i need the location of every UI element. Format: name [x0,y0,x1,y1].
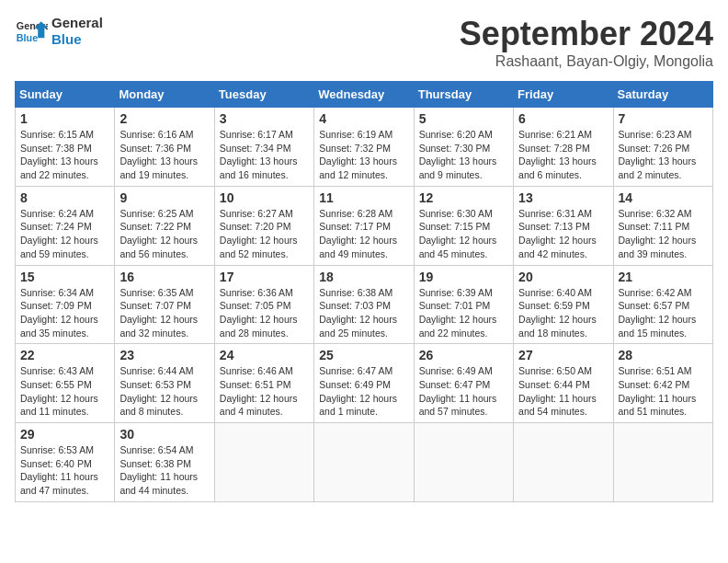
calendar-week-1: 1Sunrise: 6:15 AM Sunset: 7:38 PM Daylig… [16,108,713,187]
day-number: 8 [20,190,109,205]
calendar-day-12: 12Sunrise: 6:30 AM Sunset: 7:15 PM Dayli… [414,186,513,265]
calendar-day-24: 24Sunrise: 6:46 AM Sunset: 6:51 PM Dayli… [214,344,313,423]
day-number: 16 [119,270,209,284]
calendar-day-7: 7Sunrise: 6:23 AM Sunset: 7:26 PM Daylig… [613,108,712,187]
calendar-day-14: 14Sunrise: 6:32 AM Sunset: 7:11 PM Dayli… [613,186,712,265]
calendar-day-2: 2Sunrise: 6:16 AM Sunset: 7:36 PM Daylig… [115,108,214,187]
day-info: Sunrise: 6:25 AM Sunset: 7:22 PM Dayligh… [119,207,209,261]
calendar-day-1: 1Sunrise: 6:15 AM Sunset: 7:38 PM Daylig… [16,108,115,187]
calendar-day-6: 6Sunrise: 6:21 AM Sunset: 7:28 PM Daylig… [514,108,613,187]
calendar-week-4: 22Sunrise: 6:43 AM Sunset: 6:55 PM Dayli… [16,344,713,423]
day-number: 24 [220,348,309,362]
day-info: Sunrise: 6:16 AM Sunset: 7:36 PM Dayligh… [119,128,209,182]
calendar-day-27: 27Sunrise: 6:50 AM Sunset: 6:44 PM Dayli… [514,344,613,423]
calendar-day-26: 26Sunrise: 6:49 AM Sunset: 6:47 PM Dayli… [414,344,513,423]
day-info: Sunrise: 6:17 AM Sunset: 7:34 PM Dayligh… [220,128,309,182]
calendar-day-28: 28Sunrise: 6:51 AM Sunset: 6:42 PM Dayli… [613,344,712,423]
calendar-day-empty [414,423,513,502]
day-number: 4 [319,111,408,126]
calendar-header-row: SundayMondayTuesdayWednesdayThursdayFrid… [16,82,713,108]
day-number: 23 [119,348,209,362]
day-number: 10 [220,190,309,205]
day-info: Sunrise: 6:50 AM Sunset: 6:44 PM Dayligh… [518,364,608,419]
day-info: Sunrise: 6:54 AM Sunset: 6:38 PM Dayligh… [119,443,209,498]
day-info: Sunrise: 6:19 AM Sunset: 7:32 PM Dayligh… [319,128,408,182]
calendar-day-23: 23Sunrise: 6:44 AM Sunset: 6:53 PM Dayli… [115,344,214,423]
day-info: Sunrise: 6:27 AM Sunset: 7:20 PM Dayligh… [220,207,309,261]
page-header: General Blue General Blue September 2024… [15,15,713,70]
day-info: Sunrise: 6:49 AM Sunset: 6:47 PM Dayligh… [419,364,508,419]
calendar-table: SundayMondayTuesdayWednesdayThursdayFrid… [15,81,713,502]
calendar-day-empty [214,423,313,502]
day-number: 7 [619,111,708,126]
day-number: 18 [319,270,408,284]
day-number: 13 [518,190,608,205]
day-header-wednesday: Wednesday [314,82,414,108]
day-number: 28 [619,348,708,362]
calendar-day-8: 8Sunrise: 6:24 AM Sunset: 7:24 PM Daylig… [16,186,115,265]
calendar-week-2: 8Sunrise: 6:24 AM Sunset: 7:24 PM Daylig… [16,186,713,265]
day-info: Sunrise: 6:24 AM Sunset: 7:24 PM Dayligh… [20,207,109,261]
calendar-day-3: 3Sunrise: 6:17 AM Sunset: 7:34 PM Daylig… [214,108,313,187]
day-info: Sunrise: 6:43 AM Sunset: 6:55 PM Dayligh… [20,364,109,419]
day-info: Sunrise: 6:32 AM Sunset: 7:11 PM Dayligh… [619,207,708,261]
calendar-day-4: 4Sunrise: 6:19 AM Sunset: 7:32 PM Daylig… [314,108,414,187]
day-info: Sunrise: 6:38 AM Sunset: 7:03 PM Dayligh… [319,286,408,340]
day-header-monday: Monday [115,82,214,108]
svg-text:Blue: Blue [17,32,38,43]
calendar-week-5: 29Sunrise: 6:53 AM Sunset: 6:40 PM Dayli… [16,423,713,502]
calendar-week-3: 15Sunrise: 6:34 AM Sunset: 7:09 PM Dayli… [16,265,713,344]
day-number: 11 [319,190,408,205]
day-info: Sunrise: 6:31 AM Sunset: 7:13 PM Dayligh… [518,207,608,261]
day-number: 3 [220,111,309,126]
day-info: Sunrise: 6:36 AM Sunset: 7:05 PM Dayligh… [220,286,309,340]
calendar-day-empty [613,423,712,502]
logo-text-general: General [51,15,103,31]
day-number: 27 [518,348,608,362]
day-number: 21 [619,270,708,284]
calendar-day-empty [514,423,613,502]
location: Rashaant, Bayan-Olgiy, Mongolia [460,53,713,70]
calendar-day-9: 9Sunrise: 6:25 AM Sunset: 7:22 PM Daylig… [115,186,214,265]
calendar-day-22: 22Sunrise: 6:43 AM Sunset: 6:55 PM Dayli… [16,344,115,423]
logo-text-blue: Blue [51,31,103,48]
day-number: 19 [419,270,508,284]
day-header-tuesday: Tuesday [214,82,313,108]
day-header-thursday: Thursday [414,82,513,108]
calendar-day-30: 30Sunrise: 6:54 AM Sunset: 6:38 PM Dayli… [115,423,214,502]
day-info: Sunrise: 6:47 AM Sunset: 6:49 PM Dayligh… [319,364,408,419]
day-number: 5 [419,111,508,126]
day-number: 6 [518,111,608,126]
day-info: Sunrise: 6:28 AM Sunset: 7:17 PM Dayligh… [319,207,408,261]
day-info: Sunrise: 6:35 AM Sunset: 7:07 PM Dayligh… [119,286,209,340]
day-info: Sunrise: 6:42 AM Sunset: 6:57 PM Dayligh… [619,286,708,340]
day-number: 2 [119,111,209,126]
day-number: 15 [20,270,109,284]
day-info: Sunrise: 6:15 AM Sunset: 7:38 PM Dayligh… [20,128,109,182]
calendar-day-17: 17Sunrise: 6:36 AM Sunset: 7:05 PM Dayli… [214,265,313,344]
logo: General Blue General Blue [15,15,103,48]
calendar-day-empty [314,423,414,502]
day-info: Sunrise: 6:53 AM Sunset: 6:40 PM Dayligh… [20,443,109,498]
month-title: September 2024 [460,15,713,53]
calendar-day-15: 15Sunrise: 6:34 AM Sunset: 7:09 PM Dayli… [16,265,115,344]
day-number: 9 [119,190,209,205]
day-info: Sunrise: 6:44 AM Sunset: 6:53 PM Dayligh… [119,364,209,419]
calendar-day-11: 11Sunrise: 6:28 AM Sunset: 7:17 PM Dayli… [314,186,414,265]
calendar-day-25: 25Sunrise: 6:47 AM Sunset: 6:49 PM Dayli… [314,344,414,423]
calendar-day-21: 21Sunrise: 6:42 AM Sunset: 6:57 PM Dayli… [613,265,712,344]
day-number: 12 [419,190,508,205]
calendar-day-13: 13Sunrise: 6:31 AM Sunset: 7:13 PM Dayli… [514,186,613,265]
day-number: 20 [518,270,608,284]
day-info: Sunrise: 6:34 AM Sunset: 7:09 PM Dayligh… [20,286,109,340]
calendar-day-10: 10Sunrise: 6:27 AM Sunset: 7:20 PM Dayli… [214,186,313,265]
day-number: 26 [419,348,508,362]
calendar-day-16: 16Sunrise: 6:35 AM Sunset: 7:07 PM Dayli… [115,265,214,344]
day-info: Sunrise: 6:51 AM Sunset: 6:42 PM Dayligh… [619,364,708,419]
day-header-saturday: Saturday [613,82,712,108]
day-info: Sunrise: 6:39 AM Sunset: 7:01 PM Dayligh… [419,286,508,340]
calendar-day-29: 29Sunrise: 6:53 AM Sunset: 6:40 PM Dayli… [16,423,115,502]
day-number: 25 [319,348,408,362]
day-number: 1 [20,111,109,126]
title-block: September 2024 Rashaant, Bayan-Olgiy, Mo… [460,15,713,70]
